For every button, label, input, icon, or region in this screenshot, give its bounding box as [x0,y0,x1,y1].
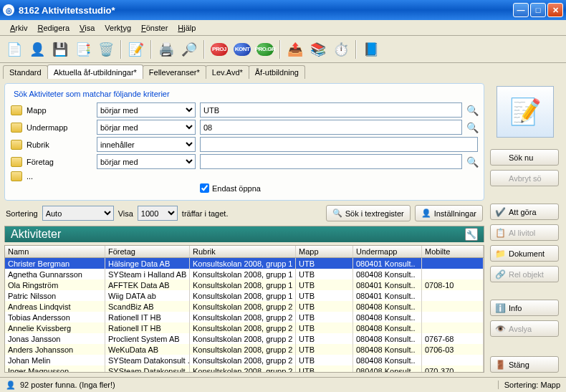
grid-title-label: Aktiviteter [11,228,61,241]
tab-levavd[interactable]: Lev.Avd* [206,65,249,79]
tab-standard[interactable]: Standard [3,65,48,79]
help-icon[interactable]: 📘 [363,41,380,58]
menu-visa[interactable]: Visa [75,22,99,34]
table-row[interactable]: Christer BergmanHälsinge Data ABKonsults… [5,258,484,269]
books-icon[interactable]: 📚 [310,41,327,58]
add-person-icon[interactable]: 👤 [29,41,46,58]
export-icon[interactable]: 📤 [287,41,304,58]
cell-mapp: UTB [296,355,353,365]
table-row[interactable]: Johan MelinSYSteam Datakonsult ..Konsult… [5,355,484,365]
cell-rubrik: Konsultskolan 2008, grupp 1 [190,279,296,290]
endast-oppna-checkbox[interactable] [200,183,209,193]
sortering-label: Sortering [6,209,38,218]
tab-felleveranser[interactable]: Felleveranser* [143,65,206,79]
table-row[interactable]: Tobias AnderssonRationell IT HBKonsultsk… [5,312,484,322]
col-rubrik[interactable]: Rubrik [190,246,296,257]
search-foretag-icon[interactable]: 🔍 [466,156,478,168]
label-undermapp: Undermapp [27,123,92,132]
print-icon[interactable]: 🖨️ [158,41,175,58]
label-rubrik: Rubrik [27,140,92,149]
att-gora-button[interactable]: ✔️Att göra [490,204,559,220]
table-row[interactable]: Andreas LindqvistScandBiz ABKonsultskola… [5,301,484,312]
sortering-select[interactable]: Auto [42,206,114,221]
table-row[interactable]: Ola RingströmAFFTEK Data ABKonsultskolan… [5,279,484,290]
badge-proj[interactable]: PROJ [211,41,228,58]
input-mapp[interactable] [200,102,462,118]
new-icon[interactable]: 📄 [6,41,23,58]
saveall-icon[interactable]: 📑 [75,41,92,58]
tab-aktuella[interactable]: Aktuella åf-utbildningar* [47,64,143,79]
table-row[interactable]: Agnetha GunnarssonSYSteam i Halland ABKo… [5,269,484,279]
menu-fonster-label: önster [146,24,168,32]
col-foretag[interactable]: Företag [105,246,190,257]
timer-icon[interactable]: ⏱️ [332,41,350,58]
save-icon[interactable]: 💾 [52,41,69,58]
preview-icon[interactable]: 🔎 [181,41,198,58]
op-rubrik[interactable]: innehåller [97,137,196,152]
search-row-rubrik: Rubrik innehåller [11,137,478,152]
menu-fonster[interactable]: Fönster [137,22,172,34]
cell-foretag: Rationell IT HB [105,322,190,333]
menu-verktyg[interactable]: Verktyg [100,22,135,34]
cell-mobilte: 0767-68 [422,333,484,344]
visa-select[interactable]: 1000 [138,206,178,221]
list-icon: 📋 [495,228,505,238]
minimize-button[interactable]: — [513,3,529,17]
op-undermapp[interactable]: börjar med [97,120,196,135]
toolbar-sep-5 [355,40,357,59]
search-legend: Sök Aktiviteter som matchar följande kri… [11,90,173,98]
tab-afutbildning[interactable]: Åf-utbildning [249,65,305,79]
cell-namn: Patric Nilsson [5,290,105,301]
cell-rubrik: Konsultskolan 2008, grupp 2 [190,355,296,365]
avslya-button: 👁️Avslya [490,320,559,337]
menu-hjalp[interactable]: Hjälp [173,22,200,34]
sok-textregister-button[interactable]: 🔍Sök i textregister [326,205,411,221]
cell-undermapp: 080408 Konsult.. [353,365,422,372]
op-foretag[interactable]: börjar med [97,154,196,169]
col-mapp[interactable]: Mapp [296,246,353,257]
maximize-button[interactable]: □ [530,3,546,17]
search-mapp-icon[interactable]: 🔍 [466,105,478,116]
badge-kont[interactable]: KONT [234,41,251,58]
col-namn[interactable]: Namn [5,246,105,257]
info-button[interactable]: ℹ️Info [490,300,559,316]
menu-arkiv[interactable]: Arkiv [6,22,32,34]
cell-mapp: UTB [296,301,353,312]
dokument-button[interactable]: 📁Dokument [490,245,559,262]
label-extra[interactable]: ... [27,172,92,181]
edit-icon[interactable]: 📝 [128,41,145,58]
menu-redigera-label: edigera [43,24,69,32]
cell-undermapp: 080408 Konsult.. [353,322,422,333]
op-mapp[interactable]: börjar med [97,102,196,118]
table-row[interactable]: Annelie KvissbergRationell IT HBKonsults… [5,322,484,333]
search-undermapp-icon[interactable]: 🔍 [466,122,478,133]
installningar-button[interactable]: 👤Inställningar [415,205,483,221]
delete-icon[interactable]: 🗑️ [97,41,115,58]
grid-body[interactable]: Christer BergmanHälsinge Data ABKonsults… [5,258,484,372]
table-row[interactable]: Patric NilssonWiig DATA abKonsultskolan … [5,290,484,301]
input-undermapp[interactable] [200,120,462,135]
link-icon: 🔗 [495,269,505,279]
cell-namn: Ola Ringström [5,279,105,290]
menu-redigera[interactable]: Redigera [33,22,74,34]
search-criteria-group: Sök Aktiviteter som matchar följande kri… [4,83,484,201]
table-row[interactable]: Anders JohanssonWeKuData ABKonsultskolan… [5,344,484,355]
table-row[interactable]: Jonas JanssonProclient System ABKonsults… [5,333,484,344]
cell-mapp: UTB [296,258,353,269]
input-rubrik[interactable] [200,137,478,152]
person-icon: 👤 [421,209,431,218]
badge-prog[interactable]: PRO.GR [256,41,274,58]
close-button[interactable]: ✕ [547,3,563,17]
cell-namn: Inger Magnusson [5,365,105,372]
table-row[interactable]: Inger MagnussonSYSteam Datakonsult ..Kon… [5,365,484,372]
stang-button[interactable]: 🚪Stäng [490,356,559,373]
cell-rubrik: Konsultskolan 2008, grupp 2 [190,301,296,312]
col-undermapp[interactable]: Undermapp [353,246,422,257]
grid-options-button[interactable]: 🔧 [465,228,478,241]
cell-foretag: WeKuData AB [105,344,190,355]
cell-undermapp: 080408 Konsult.. [353,355,422,365]
sok-nu-button[interactable]: Sök nu [490,149,559,166]
input-foretag[interactable] [200,154,462,169]
cell-rubrik: Konsultskolan 2008, grupp 2 [190,333,296,344]
col-mobilte[interactable]: Mobilte [422,246,484,257]
